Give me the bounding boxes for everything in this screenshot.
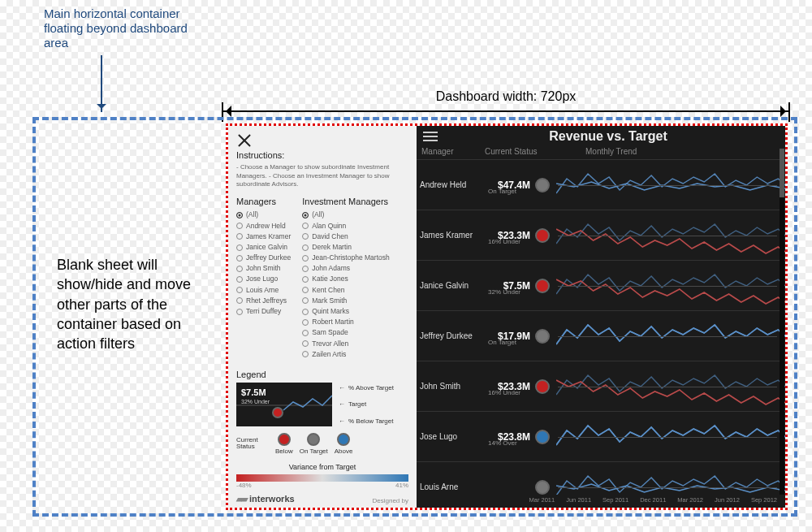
scrollbar[interactable] bbox=[780, 149, 784, 495]
legend-box: $7.5M 32% Under % Above Target Target % … bbox=[236, 383, 408, 426]
investment-managers-col: Investment Managers (All)Alan QuinnDavid… bbox=[302, 197, 389, 359]
radio-label: Kent Chen bbox=[312, 285, 344, 296]
x-axis: Mar 2011Jun 2011Sep 2011Dec 2011Mar 2012… bbox=[417, 495, 785, 508]
row-name: Jose Lugo bbox=[417, 432, 483, 441]
radio-item[interactable]: Zailen Artis bbox=[302, 349, 389, 360]
radio-icon bbox=[302, 330, 309, 336]
radio-item[interactable]: Mark Smith bbox=[302, 296, 389, 306]
im-head: Investment Managers bbox=[302, 197, 389, 206]
status-label: Current Status bbox=[236, 437, 269, 452]
legend-value: $7.5M bbox=[241, 387, 266, 397]
x-tick: Sep 2012 bbox=[751, 496, 777, 508]
radio-label: David Chen bbox=[312, 231, 348, 242]
status-dot bbox=[535, 430, 550, 444]
status-dot bbox=[535, 228, 550, 243]
brand-logo: ▰▰interworks bbox=[236, 494, 295, 504]
radio-item[interactable]: Derek Martin bbox=[302, 242, 389, 253]
target-line bbox=[558, 236, 777, 236]
col-trend: Monthly Trend bbox=[553, 147, 780, 156]
chart-row[interactable]: Andrew Held$47.4MOn Target bbox=[417, 159, 785, 210]
legend-sample: $7.5M 32% Under bbox=[236, 383, 332, 426]
radio-item[interactable]: James Kramer bbox=[236, 231, 291, 242]
managers-col: Managers (All)Andrew HeldJames KramerJan… bbox=[236, 197, 291, 359]
radio-item[interactable]: (All) bbox=[236, 210, 291, 220]
radio-item[interactable]: Terri Duffey bbox=[236, 306, 291, 317]
radio-item[interactable]: Rhet Jeffreys bbox=[236, 296, 291, 306]
status-legend: Current Status Below On Target Above bbox=[236, 433, 408, 455]
chart-row[interactable]: Louis Arne bbox=[417, 461, 785, 495]
x-tick: Jun 2012 bbox=[715, 496, 740, 508]
legend-labels: % Above Target Target % Below Target bbox=[339, 383, 394, 426]
menu-icon[interactable] bbox=[423, 132, 438, 141]
radio-icon bbox=[302, 297, 309, 304]
row-name: James Kramer bbox=[417, 231, 483, 240]
radio-item[interactable]: Janice Galvin bbox=[236, 242, 291, 253]
radio-item[interactable]: Katie Jones bbox=[302, 274, 389, 284]
radio-icon bbox=[236, 266, 243, 272]
radio-item[interactable]: Jean-Christophe Martosh bbox=[302, 253, 389, 263]
row-name: Andrew Held bbox=[417, 180, 483, 189]
x-tick: Sep 2011 bbox=[603, 496, 628, 508]
radio-icon bbox=[236, 297, 243, 304]
radio-icon bbox=[302, 287, 309, 293]
radio-icon bbox=[236, 276, 243, 283]
legend-above-label: % Above Target bbox=[339, 384, 394, 391]
radio-item[interactable]: Trevor Allen bbox=[302, 339, 389, 349]
row-sub: 32% Under bbox=[488, 288, 520, 296]
legend-below-label: % Below Target bbox=[339, 417, 394, 425]
radio-item[interactable]: John Smith bbox=[236, 263, 291, 274]
designed-by: Designed by bbox=[373, 497, 408, 504]
radio-item[interactable]: Louis Arne bbox=[236, 285, 291, 296]
chart-row[interactable]: Jose Lugo$23.8M14% Over bbox=[417, 411, 785, 461]
dashboard: Instructions: - Choose a Manager to show… bbox=[226, 123, 788, 510]
radio-label: Sam Spade bbox=[312, 327, 348, 338]
radio-label: Trevor Allen bbox=[312, 339, 348, 349]
row-name: Louis Arne bbox=[417, 482, 483, 491]
chart-row[interactable]: Janice Galvin$7.5M32% Under bbox=[417, 260, 785, 310]
radio-item[interactable]: Andrew Held bbox=[236, 221, 291, 231]
chart-row[interactable]: John Smith$23.3M16% Under bbox=[417, 361, 785, 411]
radio-item[interactable]: Jose Lugo bbox=[236, 274, 291, 284]
status-dot bbox=[535, 329, 550, 344]
radio-item[interactable]: Quint Marks bbox=[302, 306, 389, 317]
radio-label: Louis Arne bbox=[246, 285, 279, 296]
variance-max: 41% bbox=[395, 482, 408, 489]
row-sub: 16% Under bbox=[488, 238, 520, 245]
row-sub: 14% Over bbox=[488, 439, 517, 447]
col-manager: Manager bbox=[421, 147, 485, 156]
radio-item[interactable]: Sam Spade bbox=[302, 327, 389, 338]
radio-label: Robert Martin bbox=[312, 317, 354, 327]
row-sub: On Target bbox=[488, 339, 516, 346]
radio-label: Derek Martin bbox=[312, 242, 352, 253]
status-dot bbox=[535, 279, 550, 293]
radio-item[interactable]: Kent Chen bbox=[302, 285, 389, 296]
radio-item[interactable]: John Adams bbox=[302, 263, 389, 274]
radio-icon bbox=[302, 340, 309, 347]
radio-item[interactable]: Alan Quinn bbox=[302, 221, 389, 231]
annotation-arrow bbox=[101, 55, 102, 112]
chart-rows: Andrew Held$47.4MOn TargetJames Kramer$2… bbox=[417, 159, 785, 495]
radio-label: Andrew Held bbox=[246, 221, 286, 231]
radio-icon bbox=[302, 319, 309, 326]
chart-row[interactable]: Jeffrey Durkee$17.9MOn Target bbox=[417, 310, 785, 361]
radio-icon bbox=[236, 244, 243, 251]
row-sub: On Target bbox=[488, 188, 516, 195]
radio-label: John Smith bbox=[246, 263, 281, 274]
radio-item[interactable]: Robert Martin bbox=[302, 317, 389, 327]
radio-label: Jose Lugo bbox=[246, 274, 278, 284]
radio-item[interactable]: Jeffrey Durkee bbox=[236, 253, 291, 263]
x-tick: Mar 2011 bbox=[529, 496, 555, 508]
chart-title: Revenue vs. Target bbox=[438, 129, 779, 144]
radio-item[interactable]: David Chen bbox=[302, 231, 389, 242]
x-tick: Mar 2012 bbox=[677, 496, 703, 508]
close-icon[interactable] bbox=[236, 132, 253, 147]
annotation-blank: Blank sheet will show/hide and move othe… bbox=[57, 255, 219, 353]
chart-row[interactable]: James Kramer$23.3M16% Under bbox=[417, 210, 785, 260]
managers-head: Managers bbox=[236, 197, 291, 206]
radio-icon bbox=[236, 309, 243, 315]
filter-panel: Instructions: - Choose a Manager to show… bbox=[228, 126, 417, 508]
radio-icon bbox=[236, 233, 243, 240]
chart-panel: Revenue vs. Target Manager Current Statu… bbox=[417, 126, 785, 508]
radio-item[interactable]: (All) bbox=[302, 210, 389, 220]
radio-icon bbox=[302, 233, 309, 240]
